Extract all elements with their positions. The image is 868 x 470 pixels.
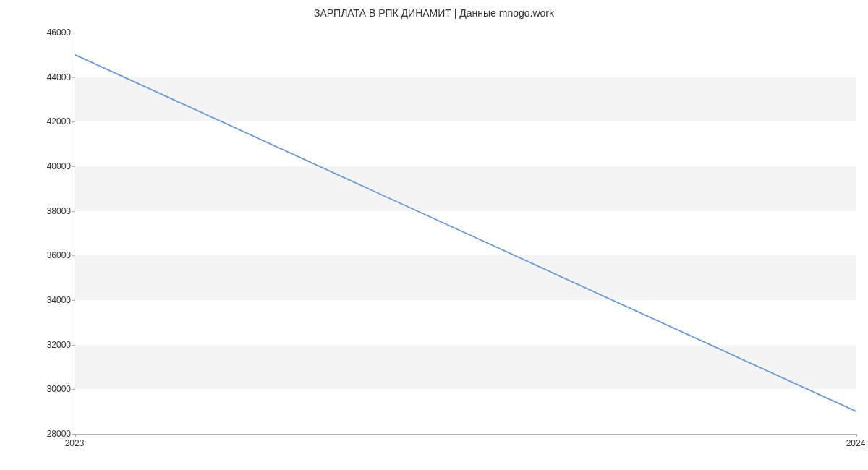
y-tick-mark: [72, 33, 75, 33]
y-tick-mark: [72, 255, 75, 256]
y-tick-label: 28000: [27, 429, 71, 439]
y-tick-label: 44000: [27, 72, 71, 82]
plot-area: [75, 33, 856, 435]
y-tick-mark: [72, 77, 75, 78]
y-tick-mark: [72, 389, 75, 390]
x-tick-label: 2024: [846, 438, 866, 448]
y-tick-mark: [72, 300, 75, 301]
chart-title: ЗАРПЛАТА В РПК ДИНАМИТ | Данные mnogo.wo…: [0, 0, 868, 25]
y-tick-label: 38000: [27, 206, 71, 216]
y-tick-label: 34000: [27, 295, 71, 305]
series-line: [75, 55, 856, 411]
y-tick-mark: [72, 345, 75, 346]
y-tick-mark: [72, 166, 75, 167]
x-tick-label: 2023: [65, 438, 85, 448]
y-tick-label: 40000: [27, 161, 71, 171]
chart-container: ЗАРПЛАТА В РПК ДИНАМИТ | Данные mnogo.wo…: [0, 0, 868, 470]
x-tick-mark: [75, 434, 76, 437]
y-tick-label: 36000: [27, 250, 71, 260]
y-tick-label: 46000: [27, 27, 71, 38]
y-tick-mark: [72, 211, 75, 212]
y-tick-label: 32000: [27, 340, 71, 350]
y-tick-mark: [72, 121, 75, 122]
line-series: [75, 33, 856, 434]
y-tick-label: 30000: [27, 384, 71, 394]
y-tick-label: 42000: [27, 116, 71, 127]
x-tick-mark: [856, 434, 857, 437]
